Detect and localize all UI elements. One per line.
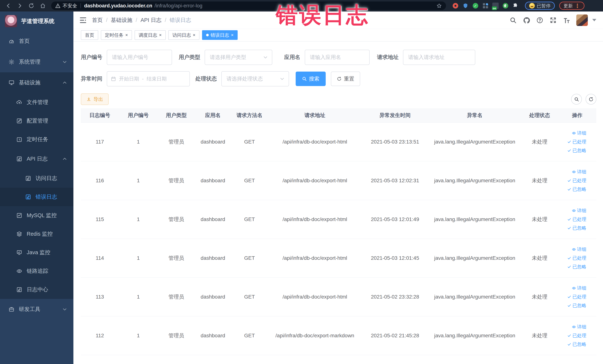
tab-close-icon[interactable]: ×	[159, 33, 162, 37]
browser-forward-icon[interactable]	[15, 1, 25, 10]
sidebar-item-redis-monitor[interactable]: Redis 监控	[0, 225, 73, 243]
mark-processed-link[interactable]: 已处理	[567, 294, 586, 300]
gear-icon	[9, 59, 14, 65]
mark-ignored-link[interactable]: 已忽略	[567, 303, 586, 309]
reset-button[interactable]: 重置	[331, 71, 360, 86]
sidebar-item-dev-tools[interactable]: 研发工具	[0, 299, 73, 320]
chevron-up-icon	[62, 156, 67, 161]
not-secure-label[interactable]: 不安全	[63, 3, 77, 9]
tab-access-log[interactable]: 访问日志×	[168, 30, 199, 40]
processed-label: 已处理	[572, 139, 586, 145]
mark-ignored-link[interactable]: 已忽略	[567, 341, 586, 347]
detail-link[interactable]: 详细	[572, 324, 586, 330]
browser-home-icon[interactable]	[38, 1, 48, 10]
cell-url: /api/infra/db-doc/export-html	[268, 122, 362, 161]
fullscreen-icon[interactable]	[550, 17, 557, 24]
detail-label: 详细	[577, 324, 586, 330]
avatar-caret-down-icon[interactable]	[592, 19, 596, 21]
eye-icon	[572, 325, 576, 329]
tab-schedule-log[interactable]: 调度日志×	[135, 30, 166, 40]
tab-close-icon[interactable]: ×	[193, 33, 195, 37]
header-search-icon[interactable]	[510, 17, 517, 24]
sidebar-collapse-icon[interactable]	[79, 16, 87, 24]
bookmark-star-icon[interactable]	[436, 3, 442, 9]
sidebar-item-access-log[interactable]: 访问日志	[0, 169, 73, 188]
date-range-picker[interactable]: 开始日期 - 结束日期	[107, 71, 190, 86]
tab-home[interactable]: 首页	[81, 30, 98, 40]
extension-icon-grid[interactable]	[482, 3, 489, 9]
sidebar-item-api-log[interactable]: API 日志	[0, 149, 73, 169]
sidebar-item-log-center[interactable]: 日志中心	[0, 280, 73, 299]
mark-processed-link[interactable]: 已处理	[567, 216, 586, 222]
tab-error-log[interactable]: 错误日志×	[202, 30, 238, 40]
sidebar-item-file-mgmt[interactable]: 文件管理	[0, 93, 73, 112]
extension-icon-puzzle[interactable]	[512, 3, 519, 9]
table-header-row: 日志编号 用户编号 用户类型 应用名 请求方法名 请求地址 异常发生时间 异常名…	[81, 108, 596, 122]
breadcrumb-infrastructure[interactable]: 基础设施	[111, 16, 132, 24]
detail-link[interactable]: 详细	[572, 285, 586, 291]
mark-ignored-link[interactable]: 已忽略	[567, 147, 586, 153]
cell-method: GET	[231, 122, 268, 161]
extension-icon-orange[interactable]	[452, 3, 459, 9]
browser-reload-icon[interactable]	[26, 1, 36, 10]
chrome-update-button[interactable]: 更新 ⋮	[559, 2, 584, 10]
process-status-select[interactable]: 请选择处理状态	[221, 71, 289, 86]
breadcrumb-home[interactable]: 首页	[92, 16, 103, 24]
mark-processed-link[interactable]: 已处理	[567, 255, 586, 261]
help-icon[interactable]	[536, 17, 543, 24]
browser-back-icon[interactable]	[3, 1, 13, 10]
detail-link[interactable]: 详细	[572, 246, 586, 252]
request-url-input[interactable]	[403, 50, 475, 65]
sidebar-item-infrastructure[interactable]: 基础设施	[0, 72, 73, 93]
sidebar-item-config-mgmt[interactable]: 配置管理	[0, 112, 73, 130]
tab-close-icon[interactable]: ×	[125, 33, 128, 37]
user-type-select[interactable]: 请选择用户类型	[205, 50, 272, 65]
browser-menu-icon[interactable]: ⋮	[575, 3, 580, 9]
extension-icon-green-check[interactable]: ✓	[472, 3, 479, 9]
sidebar-item-label: 链路追踪	[27, 267, 48, 275]
sidebar-item-java-monitor[interactable]: Java 监控	[0, 243, 73, 262]
user-avatar[interactable]	[576, 14, 588, 26]
profile-paused-pill[interactable]: 已暂停	[525, 2, 555, 10]
eye-icon	[16, 268, 22, 274]
cell-app: dashboard	[195, 161, 231, 200]
sidebar-item-tracing[interactable]: 链路追踪	[0, 262, 73, 280]
tab-scheduled-jobs[interactable]: 定时任务×	[101, 30, 132, 40]
sidebar-item-error-log[interactable]: 错误日志	[0, 188, 73, 206]
tab-close-icon[interactable]: ×	[231, 33, 233, 37]
sidebar-item-mysql-monitor[interactable]: MySQL 监控	[0, 206, 73, 225]
mark-ignored-link[interactable]: 已忽略	[567, 264, 586, 270]
breadcrumb-api-log[interactable]: API 日志	[140, 16, 162, 24]
breadcrumb-separator: /	[106, 17, 107, 23]
address-bar[interactable]: 不安全 dashboard.yudao.iocoder.cn /infra/lo…	[51, 1, 446, 10]
user-id-input[interactable]	[107, 50, 172, 65]
sidebar-item-label: 文件管理	[27, 99, 48, 106]
mark-ignored-link[interactable]: 已忽略	[567, 186, 586, 192]
export-button[interactable]: 导出	[81, 94, 109, 105]
extension-icon-leaf[interactable]	[502, 3, 509, 9]
detail-label: 详细	[577, 285, 586, 291]
toggle-search-button[interactable]	[571, 94, 582, 105]
mark-processed-link[interactable]: 已处理	[567, 332, 586, 339]
detail-link[interactable]: 详细	[572, 208, 586, 214]
sidebar-item-system-mgmt[interactable]: 系统管理	[0, 52, 73, 72]
mark-processed-link[interactable]: 已处理	[567, 139, 586, 145]
mark-processed-link[interactable]: 已处理	[567, 177, 586, 184]
chevron-down-icon	[280, 76, 285, 81]
app-name-input[interactable]	[305, 50, 370, 65]
refresh-table-button[interactable]	[586, 94, 596, 105]
app-logo[interactable]: 芋道管理系统	[0, 12, 73, 31]
font-size-icon[interactable]	[563, 17, 570, 24]
sidebar-item-label: 定时任务	[27, 136, 48, 143]
cell-status: 未处理	[521, 316, 558, 355]
sidebar-item-scheduled-jobs[interactable]: 定时任务	[0, 130, 73, 149]
mark-ignored-link[interactable]: 已忽略	[567, 225, 586, 231]
check-icon	[567, 265, 571, 269]
detail-link[interactable]: 详细	[572, 169, 586, 175]
extension-icon-on-badge[interactable]: on	[492, 3, 499, 9]
github-icon[interactable]	[523, 17, 530, 24]
sidebar-item-home[interactable]: 首页	[0, 31, 73, 52]
search-button[interactable]: 搜索	[296, 71, 326, 86]
detail-link[interactable]: 详细	[572, 130, 586, 136]
extension-icon-shield[interactable]	[462, 3, 469, 9]
